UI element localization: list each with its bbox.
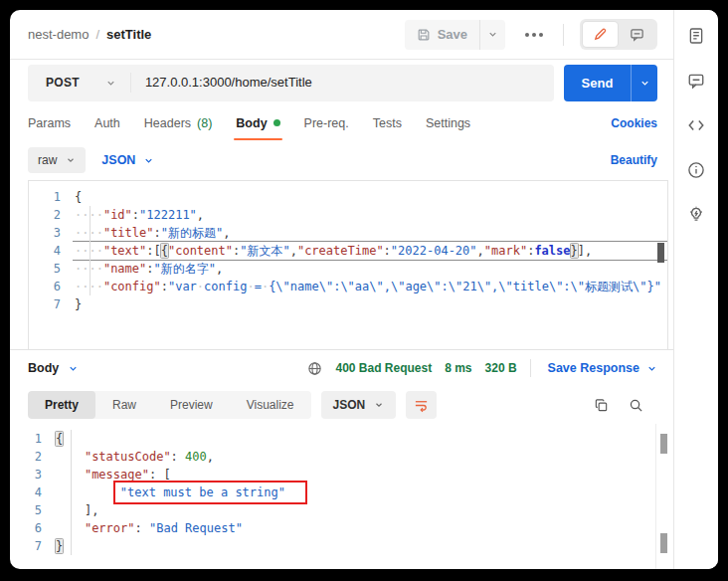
save-options-button[interactable] [479, 20, 505, 50]
tab-raw[interactable]: Raw [95, 391, 153, 419]
breadcrumb-collection[interactable]: nest-demo [28, 27, 89, 42]
response-scrollbar-thumb[interactable] [660, 533, 667, 553]
pencil-icon [593, 27, 608, 42]
language-label: JSON [101, 153, 135, 167]
tab-body[interactable]: Body [236, 105, 279, 140]
code-line: 3 "message": [ [10, 466, 673, 484]
response-time[interactable]: 8 ms [445, 361, 471, 375]
line-number: 7 [29, 295, 73, 313]
response-format-tabs: Pretty Raw Preview Visualize [28, 391, 311, 419]
chevron-down-icon [646, 363, 657, 374]
tab-label: Params [28, 116, 71, 130]
chevron-down-icon [639, 78, 650, 89]
lightbulb-icon[interactable] [687, 206, 705, 224]
response-header: Body 400 Bad Request 8 ms 320 B Save Res… [10, 349, 673, 386]
request-body-editor[interactable]: 1{2····"id":"122211",3····"title":"新的标题"… [28, 180, 668, 349]
save-response-button[interactable]: Save Response [548, 361, 657, 375]
code-line: 6····"config":"var·config·=·{\"name\":\"… [29, 278, 667, 295]
green-dot-icon [273, 119, 280, 126]
line-number: 2 [10, 448, 54, 466]
code-line: 3····"title":"新的标题", [29, 224, 667, 242]
line-content: } [73, 295, 667, 313]
tab-params[interactable]: Params [28, 105, 71, 140]
response-meta: 400 Bad Request 8 ms 320 B Save Response [307, 359, 657, 377]
network-globe-icon[interactable] [307, 361, 322, 376]
send-options-button[interactable] [631, 65, 657, 101]
method-select[interactable]: POST [28, 76, 130, 90]
line-number: 6 [10, 519, 54, 537]
response-actions [594, 398, 657, 413]
send-button[interactable]: Send [564, 65, 657, 101]
response-code: 1{2 "statusCode": 400,3 "message": [4 "t… [10, 430, 673, 555]
line-number: 1 [29, 188, 73, 206]
line-number: 5 [29, 260, 73, 278]
code-snippet-icon[interactable] [687, 116, 705, 134]
url-input[interactable]: 127.0.0.1:3000/home/setTitle [130, 73, 554, 93]
breadcrumb-request-name[interactable]: setTitle [106, 27, 151, 42]
response-body-viewer[interactable]: 1{2 "statusCode": 400,3 "message": [4 "t… [10, 424, 673, 569]
comments-button[interactable] [620, 22, 654, 47]
code-line: 7} [10, 537, 673, 555]
line-content: "error": "Bad Request" [54, 519, 673, 537]
body-mode-select[interactable]: raw [28, 147, 86, 173]
line-number: 5 [10, 501, 54, 519]
cookies-link[interactable]: Cookies [611, 105, 657, 140]
line-content: "statusCode": 400, [54, 448, 673, 466]
tab-settings[interactable]: Settings [426, 105, 470, 140]
edit-mode-button[interactable] [583, 22, 618, 47]
language-select[interactable]: JSON [101, 153, 154, 167]
code-line: 5····"name":"新的名字", [29, 260, 667, 278]
line-content: { [54, 430, 673, 448]
request-url-row: POST 127.0.0.1:3000/home/setTitle Send [10, 60, 673, 105]
tab-auth[interactable]: Auth [94, 105, 120, 140]
status-badge[interactable]: 400 Bad Request [335, 361, 432, 375]
code-line: 1{ [29, 188, 667, 206]
chevron-down-icon [143, 155, 154, 166]
response-scrollbar[interactable] [655, 424, 673, 569]
line-content: ····"id":"122211", [73, 206, 667, 224]
tab-label: Body [236, 116, 267, 130]
info-icon[interactable] [687, 161, 705, 179]
response-view-label: Body [28, 361, 59, 375]
beautify-link[interactable]: Beautify [611, 153, 657, 167]
copy-icon[interactable] [594, 398, 609, 413]
code-line: 2 "statusCode": 400, [10, 448, 673, 466]
line-number: 4 [10, 484, 54, 501]
line-number: 1 [10, 430, 54, 448]
documentation-icon[interactable] [687, 27, 705, 45]
code-line: 2····"id":"122211", [29, 206, 667, 224]
tab-tests[interactable]: Tests [373, 105, 402, 140]
response-language-select[interactable]: JSON [321, 391, 397, 419]
line-number: 4 [29, 242, 73, 260]
response-view-select[interactable]: Body [28, 361, 79, 375]
code-line: 4····"text":[{"content":"新文本","createTim… [29, 242, 667, 260]
send-button-label: Send [564, 65, 631, 101]
response-size[interactable]: 320 B [485, 361, 517, 375]
main-pane: nest-demo / setTitle Save [10, 10, 673, 569]
tab-pretty[interactable]: Pretty [28, 391, 95, 419]
code-line: 4 "text must be a string" [10, 484, 673, 501]
code-line: 6 "error": "Bad Request" [10, 519, 673, 537]
tab-headers[interactable]: Headers(8) [144, 105, 213, 140]
line-content: "text must be a string" [54, 484, 673, 501]
more-options-button[interactable] [521, 29, 547, 41]
tab-visualize[interactable]: Visualize [230, 391, 311, 419]
tab-label: Settings [426, 116, 470, 130]
editor-scrollbar-thumb[interactable] [657, 243, 664, 263]
chevron-down-icon [487, 29, 498, 40]
wrap-lines-button[interactable] [406, 391, 437, 419]
search-icon[interactable] [629, 398, 643, 413]
line-content: ····"title":"新的标题", [73, 224, 667, 242]
line-number: 3 [29, 224, 73, 242]
tab-pre-request[interactable]: Pre-req. [304, 105, 349, 140]
comments-panel-icon[interactable] [687, 72, 705, 90]
response-scrollbar-thumb[interactable] [660, 434, 667, 454]
edit-comment-toggle [580, 19, 657, 50]
headers-count: (8) [197, 116, 212, 130]
body-format-row: raw JSON Beautify [10, 140, 673, 180]
comment-icon [630, 27, 644, 42]
breadcrumb: nest-demo / setTitle [28, 27, 151, 42]
tab-preview[interactable]: Preview [153, 391, 230, 419]
save-button[interactable]: Save [405, 20, 505, 50]
title-bar-actions: Save [405, 19, 657, 50]
